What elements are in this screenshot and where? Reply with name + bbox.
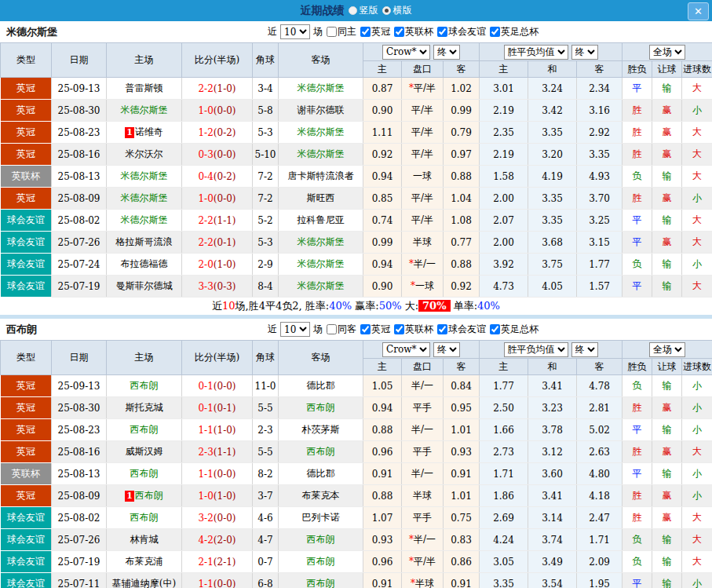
halftime-score: (1-0) xyxy=(214,425,236,436)
odds-away: 0.97 xyxy=(444,144,480,166)
recent-results-panel: 近期战绩 竖版 横版 ✕ 米德尔斯堡近10场同主英冠英联杯球会友谊英足总杯类型日… xyxy=(0,0,712,588)
score-cell: 2-2(1-1) xyxy=(182,210,253,232)
odds-home: 0.90 xyxy=(363,100,402,122)
competition-checkbox-1[interactable] xyxy=(394,27,404,37)
avg-company-select[interactable]: 胜平负均值 xyxy=(504,45,568,60)
competition-option-3[interactable]: 英足总杯 xyxy=(487,323,539,336)
away-team: 谢菲尔德联 xyxy=(298,104,345,115)
radio-horizontal-icon[interactable] xyxy=(382,6,391,15)
result-goals: 大 xyxy=(682,78,712,100)
matches-count-select[interactable]: 10 xyxy=(280,322,310,337)
odds-final-select[interactable]: 终 xyxy=(433,342,460,357)
score-cell: 0-1(0-1) xyxy=(182,397,253,419)
away-team-cell: 西布朗 xyxy=(279,551,363,573)
competition-option-2[interactable]: 球会友谊 xyxy=(435,25,486,38)
result-sub-0: 胜负 xyxy=(623,61,652,78)
odds-away: 0.95 xyxy=(444,397,480,419)
scope-group-header: 全场 xyxy=(623,341,712,359)
same-venue-option[interactable]: 同客 xyxy=(324,323,356,336)
away-team: 米德尔斯堡 xyxy=(298,126,345,137)
scope-select[interactable]: 全场 xyxy=(649,342,685,357)
result-handicap-value: 赢 xyxy=(663,446,672,457)
same-venue-checkbox[interactable] xyxy=(327,27,337,37)
result-goals-value: 大 xyxy=(692,534,702,545)
halftime-score: (0-0) xyxy=(214,469,236,480)
competition-option-1[interactable]: 英联杯 xyxy=(392,25,433,38)
avg-final-select[interactable]: 终 xyxy=(571,45,598,60)
summary-segment: 赢率: xyxy=(352,300,379,312)
competition-checkbox-1[interactable] xyxy=(394,324,404,334)
same-venue-checkbox[interactable] xyxy=(327,324,337,334)
halftime-score: (0-1) xyxy=(214,403,236,414)
odds-final-select[interactable]: 终 xyxy=(433,45,460,60)
match-date: 25-07-26 xyxy=(52,529,107,551)
away-team: 米德尔斯堡 xyxy=(298,148,345,159)
away-team-cell: 德比郡 xyxy=(279,375,363,397)
result-goals: 大 xyxy=(682,144,712,166)
odds-away: 0.91 xyxy=(444,463,480,485)
away-team-cell: 唐卡斯特流浪者 xyxy=(279,166,363,188)
table-row: 球会友谊25-08-02米德尔斯堡2-2(1-1)5-2拉科鲁尼亚0.74平/半… xyxy=(1,210,712,232)
competition-checkbox-0[interactable] xyxy=(360,27,371,37)
corner-count: 5-3 xyxy=(253,232,279,254)
result-handicap-value: 赢 xyxy=(663,148,672,159)
away-team-cell: 西布朗 xyxy=(279,441,363,463)
match-date: 25-08-23 xyxy=(52,419,107,441)
competition-checkbox-3[interactable] xyxy=(490,324,500,334)
competition-option-3[interactable]: 英足总杯 xyxy=(487,25,539,38)
competition-option-2[interactable]: 球会友谊 xyxy=(435,323,486,336)
avg-win: 3.05 xyxy=(480,551,528,573)
team-name: 西布朗 xyxy=(6,323,37,337)
competition-option-1[interactable]: 英联杯 xyxy=(392,323,433,336)
filter-bar: 近10场同主英冠英联杯球会友谊英足总杯 xyxy=(268,24,539,39)
halftime-score: (2-1) xyxy=(214,557,236,568)
odds-away: 0.83 xyxy=(444,529,480,551)
result-handicap: 赢 xyxy=(652,122,682,144)
competition-checkbox-2[interactable] xyxy=(437,27,447,37)
radio-vertical-icon[interactable] xyxy=(349,6,357,15)
competition-option-0[interactable]: 英冠 xyxy=(358,323,390,336)
league-badge: 英冠 xyxy=(1,441,52,463)
layout-option-horizontal[interactable]: 横版 xyxy=(382,4,412,17)
score-cell: 1-2(0-2) xyxy=(182,122,253,144)
result-winlose-value: 胜 xyxy=(633,490,642,501)
away-team-cell: 米德尔斯堡 xyxy=(279,254,363,276)
close-button[interactable]: ✕ xyxy=(688,2,709,20)
corner-count: 2-9 xyxy=(253,254,279,276)
odds-home: 0.85 xyxy=(363,188,402,210)
handicap: 平/半 xyxy=(402,188,444,210)
scope-select[interactable]: 全场 xyxy=(649,45,685,60)
competition-option-0[interactable]: 英冠 xyxy=(358,25,390,38)
results-table: 类型日期主场比分(半场)角球客场Crow*终胜平负均值终全场主盘口客主和客胜负让… xyxy=(0,340,712,588)
halftime-score: (0-2) xyxy=(214,171,236,182)
match-date: 25-08-13 xyxy=(52,463,107,485)
same-venue-option[interactable]: 同主 xyxy=(324,25,356,38)
matches-count-select[interactable]: 10 xyxy=(280,24,310,39)
layout-option-vertical[interactable]: 竖版 xyxy=(349,4,378,17)
home-team: 斯托克城 xyxy=(126,402,163,413)
result-handicap-value: 输 xyxy=(663,468,672,479)
odds-home: 0.94 xyxy=(363,166,402,188)
competition-checkbox-0[interactable] xyxy=(360,324,371,334)
odds-home: 0.90 xyxy=(363,276,402,298)
result-sub-2: 进球数 xyxy=(682,61,712,78)
avg-company-select[interactable]: 胜平负均值 xyxy=(504,342,568,357)
competition-checkbox-3[interactable] xyxy=(490,27,500,37)
result-goals-value: 大 xyxy=(692,446,702,457)
col-header-0: 类型 xyxy=(1,43,52,78)
match-date: 25-07-19 xyxy=(52,276,107,298)
home-team-cell: 布拉德福德 xyxy=(107,254,182,276)
result-sub-2: 进球数 xyxy=(682,359,712,375)
corner-count: 8-4 xyxy=(253,276,279,298)
filter-matches-suffix: 场 xyxy=(313,323,323,336)
competition-checkbox-2[interactable] xyxy=(437,324,447,334)
result-goals-value: 小 xyxy=(692,490,702,501)
odds-company-select[interactable]: Crow* xyxy=(382,45,430,60)
corner-count: 5-2 xyxy=(253,210,279,232)
result-handicap-value: 输 xyxy=(663,578,672,588)
result-winlose-value: 胜 xyxy=(633,192,642,203)
avg-final-select[interactable]: 终 xyxy=(571,342,598,357)
col-header-4: 角球 xyxy=(253,43,279,78)
odds-company-select[interactable]: Crow* xyxy=(382,342,430,357)
away-team: 布莱克本 xyxy=(302,490,340,501)
